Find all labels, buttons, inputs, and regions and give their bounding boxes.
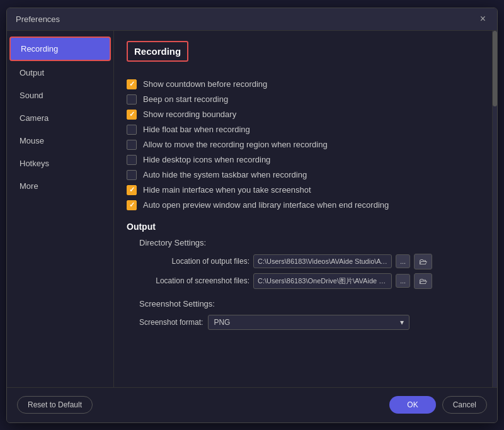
checkbox-8[interactable]: [127, 200, 137, 210]
checkbox-row-4: Allow to move the recording region when …: [127, 140, 479, 150]
checkbox-row-0: Show countdown before recording: [127, 79, 479, 89]
checkbox-label-6: Auto hide the system taskbar when record…: [143, 170, 307, 179]
checkbox-label-0: Show countdown before recording: [143, 79, 267, 89]
footer: Reset to Default OK Cancel: [7, 387, 497, 422]
screenshot-files-label: Location of screenshot files:: [139, 276, 249, 285]
checkbox-4[interactable]: [127, 140, 137, 150]
ok-button[interactable]: OK: [389, 396, 435, 414]
close-button[interactable]: ×: [478, 13, 488, 25]
output-files-label: Location of output files:: [139, 257, 249, 266]
format-value: PNG: [214, 318, 230, 327]
screenshot-files-input[interactable]: C:\Users\86183\OneDrive\图片\AVAide Stud..…: [253, 273, 392, 289]
screenshot-folder-button[interactable]: 🗁: [414, 273, 432, 289]
output-section-title: Output: [127, 222, 479, 232]
checkbox-row-6: Auto hide the system taskbar when record…: [127, 170, 479, 180]
checkbox-label-5: Hide desktop icons when recording: [143, 155, 270, 164]
chevron-down-icon: ▾: [400, 318, 404, 327]
scrollbar-thumb[interactable]: [493, 31, 497, 106]
checkbox-row-8: Auto open preview window and library int…: [127, 200, 479, 210]
checkbox-label-4: Allow to move the recording region when …: [143, 140, 328, 149]
checkbox-2[interactable]: [127, 110, 137, 120]
sidebar-item-camera[interactable]: Camera: [9, 107, 111, 129]
checkbox-row-1: Beep on start recording: [127, 94, 479, 105]
cancel-button[interactable]: Cancel: [442, 396, 487, 414]
dialog-title: Preferences: [16, 14, 60, 24]
preferences-dialog: Preferences × Recording Output Sound Cam…: [6, 8, 498, 423]
checkbox-label-7: Hide main interface when you take screen…: [143, 185, 311, 195]
checkbox-row-3: Hide float bar when recording: [127, 125, 479, 135]
checkbox-6[interactable]: [127, 170, 137, 180]
screenshot-files-row: Location of screenshot files: C:\Users\8…: [139, 273, 479, 289]
checkbox-1[interactable]: [127, 94, 137, 105]
sidebar-item-recording[interactable]: Recording: [9, 37, 111, 61]
directory-settings-title: Directory Settings:: [139, 238, 479, 247]
screenshot-settings-section: Screenshot Settings: Screenshot format: …: [139, 299, 479, 330]
checkbox-row-5: Hide desktop icons when recording: [127, 155, 479, 165]
checkbox-label-8: Auto open preview window and library int…: [143, 200, 389, 210]
checkbox-5[interactable]: [127, 155, 137, 165]
sidebar: Recording Output Sound Camera Mouse Hotk…: [7, 31, 114, 387]
directory-section: Directory Settings: Location of output f…: [139, 238, 479, 289]
checkbox-3[interactable]: [127, 125, 137, 135]
output-files-row: Location of output files: C:\Users\86183…: [139, 254, 479, 269]
checkbox-0[interactable]: [127, 79, 137, 89]
checkbox-label-2: Show recording boundary: [143, 110, 236, 119]
folder-icon-2: 🗁: [419, 276, 427, 286]
checkbox-row-7: Hide main interface when you take screen…: [127, 185, 479, 195]
output-section: Output Directory Settings: Location of o…: [127, 222, 479, 330]
screenshot-settings-title: Screenshot Settings:: [139, 299, 479, 308]
sidebar-item-output[interactable]: Output: [9, 62, 111, 84]
checkbox-label-1: Beep on start recording: [143, 94, 228, 104]
main-content: Recording Show countdown before recordin…: [114, 31, 492, 387]
checkbox-7[interactable]: [127, 185, 137, 195]
sidebar-item-sound[interactable]: Sound: [9, 84, 111, 106]
screenshot-dots-button[interactable]: ...: [396, 274, 410, 288]
reset-to-default-button[interactable]: Reset to Default: [17, 396, 93, 414]
sidebar-item-hotkeys[interactable]: Hotkeys: [9, 152, 111, 174]
recording-section-title: Recording: [127, 41, 188, 62]
output-files-input[interactable]: C:\Users\86183\Videos\AVAide Studio\AVAi…: [253, 254, 392, 268]
output-folder-button[interactable]: 🗁: [414, 254, 432, 269]
checkbox-label-3: Hide float bar when recording: [143, 125, 250, 134]
dialog-body: Recording Output Sound Camera Mouse Hotk…: [7, 31, 497, 387]
footer-right: OK Cancel: [389, 396, 487, 414]
format-select[interactable]: PNG ▾: [208, 315, 410, 330]
screenshot-format-row: Screenshot format: PNG ▾: [139, 315, 479, 330]
sidebar-item-mouse[interactable]: Mouse: [9, 130, 111, 152]
checkbox-row-2: Show recording boundary: [127, 110, 479, 120]
sidebar-item-more[interactable]: More: [9, 175, 111, 197]
screenshot-format-label: Screenshot format:: [139, 318, 203, 327]
output-dots-button[interactable]: ...: [396, 254, 410, 268]
title-bar: Preferences ×: [7, 8, 497, 31]
folder-icon: 🗁: [419, 257, 427, 266]
scrollbar-track: [492, 31, 497, 387]
